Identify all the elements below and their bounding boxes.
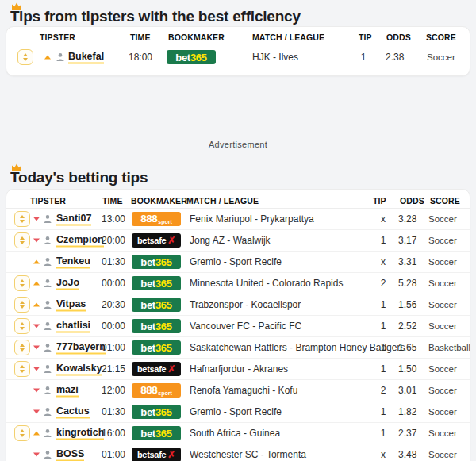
bookmaker-logo-text: betsafe	[137, 236, 166, 245]
match-name: Fenix Mariupol - Prykarpattya	[190, 213, 314, 225]
tipster-name-link[interactable]: kingrotich	[56, 427, 104, 440]
user-silhouette-icon[interactable]	[43, 364, 52, 374]
tipster-name-link[interactable]: Czempion	[56, 234, 104, 248]
tip-value: 1	[375, 342, 391, 353]
tipster-name-link[interactable]: BOSS	[56, 448, 84, 461]
match-name: Westchester SC - Tormenta	[190, 449, 306, 460]
user-silhouette-icon[interactable]	[43, 214, 52, 224]
tipster-name-link[interactable]: JoJo	[56, 277, 79, 290]
tip-row: Kowalsky 21:15 betsafe✗ Hafnarfjordur - …	[6, 359, 470, 380]
user-silhouette-icon[interactable]	[43, 300, 52, 309]
tipster-name-link[interactable]: Vitpas	[56, 298, 86, 312]
match-time: 01:30	[102, 406, 125, 417]
odds-value: 3.28	[398, 213, 416, 225]
bookmaker-logo-text: bet	[140, 407, 155, 417]
tipster-name-link[interactable]: Bukefal	[68, 51, 104, 64]
table-body: Bukefal 18:00 bet365 HJK - Ilves 1 2.38 …	[6, 44, 470, 70]
match-name: Gremio - Sport Recife	[190, 406, 282, 417]
bookmaker-logo-text: ✗	[167, 364, 175, 374]
bookmaker-logo[interactable]: bet365	[132, 255, 181, 269]
bookmaker-logo[interactable]: 888sport	[132, 383, 181, 398]
expand-row-button[interactable]	[14, 275, 30, 291]
bookmaker-logo[interactable]: bet365	[132, 340, 181, 355]
column-header-tipster: TIPSTER	[30, 196, 66, 206]
bookmaker-logo-text: 365	[155, 257, 172, 267]
match-time: 20:00	[102, 235, 125, 246]
bookmaker-logo-text: bet	[140, 343, 155, 353]
tipster-name-link[interactable]: chatlisi	[56, 320, 90, 333]
expand-row-button[interactable]	[14, 297, 30, 313]
tipster-name-link[interactable]: Kowalsky	[56, 363, 102, 376]
odds-value: 3.48	[398, 449, 416, 460]
tip-row: JoJo 00:00 bet365 Minnesota United - Col…	[6, 273, 470, 294]
match-time: 21:15	[102, 363, 125, 375]
expand-row-button[interactable]	[14, 425, 30, 441]
chevron-down-icon	[20, 220, 25, 223]
todays-tips-table: TIPSTER TIME BOOKMAKER MATCH / LEAGUE TI…	[6, 189, 470, 461]
tipster-name-link[interactable]: Tenkeu	[56, 255, 90, 269]
bookmaker-logo-text: 365	[155, 321, 172, 332]
bookmaker-logo[interactable]: 888sport	[132, 212, 181, 226]
expand-row-button[interactable]	[14, 211, 30, 227]
bookmaker-logo-text: sport	[158, 219, 172, 225]
column-header-tip: TIP	[359, 33, 372, 42]
tip-row: Santi07 13:00 888sport Fenix Mariupol - …	[6, 209, 470, 230]
table-header: TIPSTER TIME BOOKMAKER MATCH / LEAGUE TI…	[6, 27, 470, 44]
column-header-time: TIME	[130, 33, 150, 42]
chevron-up-icon	[20, 236, 25, 240]
bookmaker-logo[interactable]: bet365	[132, 319, 181, 333]
score-category: Soccer	[428, 364, 457, 374]
tip-row: chatlisi 00:00 bet365 Vancouver FC - Pac…	[6, 316, 470, 337]
bookmaker-logo[interactable]: bet365	[132, 405, 181, 419]
chevron-down-icon	[20, 434, 25, 437]
match-name: Trabzonspor - Kocaelispor	[190, 299, 301, 310]
bookmaker-logo[interactable]: bet365	[132, 298, 181, 312]
match-time: 01:00	[102, 449, 125, 460]
tipster-name-link[interactable]: mazi	[56, 384, 79, 398]
user-silhouette-icon[interactable]	[43, 343, 52, 352]
bookmaker-logo-text: 365	[155, 279, 172, 289]
odds-value: 2.37	[398, 428, 416, 439]
bookmaker-logo-text: bet	[140, 279, 155, 289]
expand-row-button[interactable]	[14, 232, 30, 248]
expand-row-button[interactable]	[17, 49, 33, 65]
tip-value: 1	[375, 299, 391, 310]
chevron-down-icon	[20, 241, 25, 244]
match-time: 13:00	[102, 213, 125, 225]
expand-row-button[interactable]	[14, 340, 30, 355]
tip-row: 777bayern 01:00 bet365 Saskatchewan Ratt…	[6, 337, 470, 359]
user-silhouette-icon[interactable]	[43, 386, 52, 395]
expand-row-button[interactable]	[14, 318, 30, 334]
chevron-down-icon	[20, 305, 25, 309]
tipster-name-link[interactable]: Cactus	[56, 405, 90, 419]
user-silhouette-icon[interactable]	[43, 428, 52, 438]
match-time: 18:00	[129, 52, 152, 63]
match-name: Gremio - Sport Recife	[190, 256, 282, 267]
crown-icon	[11, 163, 22, 171]
bookmaker-logo[interactable]: bet365	[132, 426, 181, 440]
user-silhouette-icon[interactable]	[43, 321, 52, 331]
user-silhouette-icon[interactable]	[43, 257, 52, 267]
odds-value: 3.01	[398, 385, 416, 396]
trend-icon	[33, 260, 40, 264]
bookmaker-logo[interactable]: betsafe✗	[132, 448, 181, 461]
user-silhouette-icon[interactable]	[43, 450, 52, 459]
score-category: Soccer	[428, 407, 457, 417]
expand-row-button[interactable]	[14, 361, 30, 377]
bookmaker-logo[interactable]: bet365	[132, 276, 181, 290]
tipster-name-link[interactable]: Santi07	[56, 213, 91, 226]
bookmaker-logo[interactable]: betsafe✗	[132, 362, 181, 376]
bookmaker-logo-text: ✗	[167, 450, 175, 459]
chevron-down-icon	[20, 327, 25, 330]
tipster-name-link[interactable]: 777bayern	[56, 341, 106, 355]
trend-icon	[33, 303, 40, 307]
user-silhouette-icon[interactable]	[43, 279, 52, 288]
odds-value: 1.56	[398, 299, 416, 310]
column-header-odds: ODDS	[400, 196, 424, 206]
bookmaker-logo[interactable]: betsafe✗	[132, 233, 181, 248]
user-silhouette-icon[interactable]	[43, 236, 52, 245]
user-silhouette-icon[interactable]	[43, 407, 52, 417]
bookmaker-logo[interactable]: bet365	[167, 50, 216, 64]
bookmaker-logo-text: betsafe	[137, 365, 166, 374]
user-silhouette-icon[interactable]	[56, 52, 65, 62]
